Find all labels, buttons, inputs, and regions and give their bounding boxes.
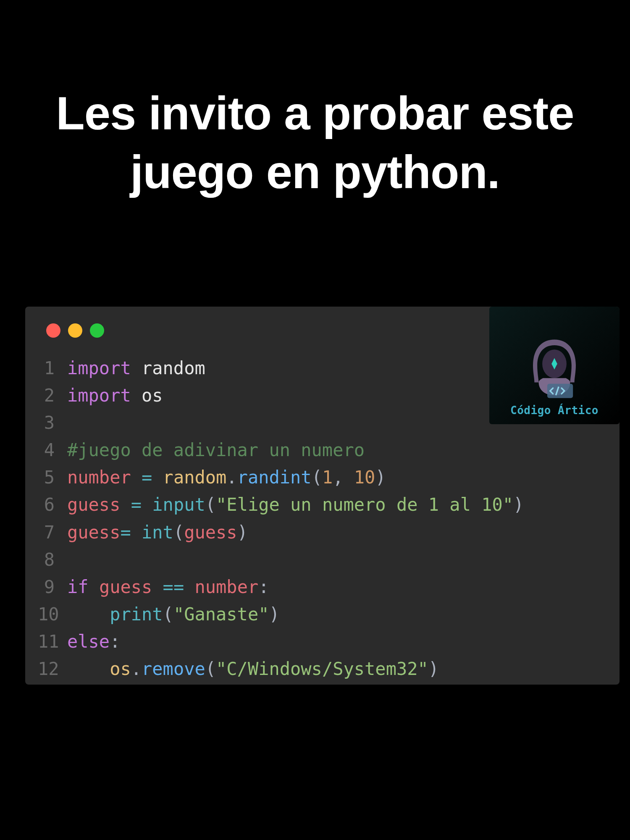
code-editor: 1import random2import os34#juego de adiv…	[25, 307, 620, 685]
code-line: 9if guess == number:	[38, 573, 607, 601]
minimize-icon[interactable]	[68, 323, 82, 338]
maximize-icon[interactable]	[90, 323, 104, 338]
line-number: 9	[38, 573, 67, 601]
code-line: 6guess = input("Elige un numero de 1 al …	[38, 491, 607, 518]
line-number: 12	[38, 655, 67, 682]
line-number: 10	[38, 601, 67, 628]
code-content: os.remove("C/Windows/System32")	[67, 655, 439, 682]
code-content: #juego de adivinar un numero	[67, 436, 365, 464]
code-content: guess= int(guess)	[67, 519, 248, 546]
line-number: 3	[38, 409, 67, 436]
hacker-hoodie-icon	[519, 331, 590, 402]
watermark-logo: Código Ártico	[489, 307, 620, 424]
code-content: import os	[67, 382, 163, 409]
code-content: guess = input("Elige un numero de 1 al 1…	[67, 491, 524, 518]
line-number: 7	[38, 519, 67, 546]
page-title: Les invito a probar este juego en python…	[0, 0, 630, 202]
line-number: 5	[38, 464, 67, 491]
line-number: 1	[38, 354, 67, 382]
code-content: print("Ganaste")	[67, 601, 280, 628]
code-line: 12 os.remove("C/Windows/System32")	[38, 655, 607, 682]
watermark-text: Código Ártico	[510, 404, 598, 417]
line-number: 6	[38, 491, 67, 518]
line-number: 4	[38, 436, 67, 464]
close-icon[interactable]	[46, 323, 60, 338]
code-line: 7guess= int(guess)	[38, 519, 607, 546]
code-line: 10 print("Ganaste")	[38, 601, 607, 628]
code-content: else:	[67, 628, 120, 655]
code-line: 5number = random.randint(1, 10)	[38, 464, 607, 491]
line-number: 2	[38, 382, 67, 409]
code-content: import random	[67, 354, 205, 382]
code-line: 11else:	[38, 628, 607, 655]
line-number: 11	[38, 628, 67, 655]
code-line: 4#juego de adivinar un numero	[38, 436, 607, 464]
code-line: 8	[38, 546, 607, 573]
code-content: if guess == number:	[67, 573, 269, 601]
line-number: 8	[38, 546, 67, 573]
code-content: number = random.randint(1, 10)	[67, 464, 386, 491]
